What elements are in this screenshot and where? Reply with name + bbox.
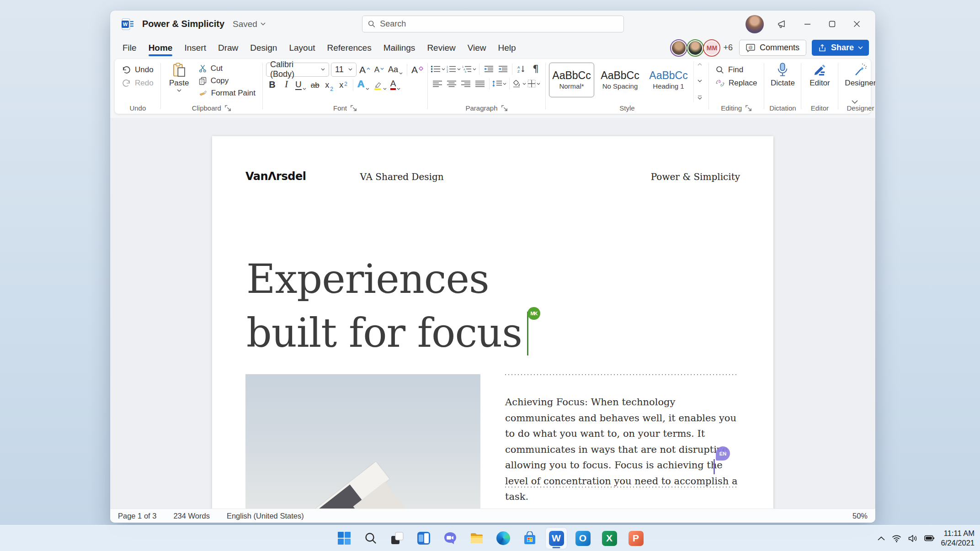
tab-design[interactable]: Design xyxy=(244,40,283,56)
file-explorer-button[interactable] xyxy=(466,528,487,549)
shrink-font-button[interactable]: A xyxy=(373,63,385,76)
tab-mailings[interactable]: Mailings xyxy=(378,40,421,56)
cut-button[interactable]: Cut xyxy=(195,62,259,74)
find-button[interactable]: Find xyxy=(712,63,761,76)
bold-button[interactable]: B xyxy=(266,79,278,92)
close-button[interactable] xyxy=(846,15,867,33)
paste-button[interactable]: Paste xyxy=(164,61,194,102)
dictate-button[interactable]: Dictate xyxy=(767,61,798,102)
line-spacing-button[interactable] xyxy=(492,77,506,90)
tab-layout[interactable]: Layout xyxy=(283,40,321,56)
show-paragraph-marks-button[interactable]: ¶ xyxy=(529,63,542,75)
taskbar-outlook-button[interactable]: O xyxy=(572,528,593,549)
taskbar-search-button[interactable] xyxy=(360,528,381,549)
search-input[interactable] xyxy=(380,19,618,29)
undo-button[interactable]: Undo xyxy=(118,63,157,76)
language-status[interactable]: English (United States) xyxy=(227,512,304,520)
style-no-spacing[interactable]: AaBbCc No Spacing xyxy=(597,63,643,97)
comments-button[interactable]: @ Comments xyxy=(739,40,806,56)
document-page[interactable]: VanΛrsdel VA Shared Design Power & Simpl… xyxy=(212,136,773,509)
highlight-button[interactable] xyxy=(372,79,388,92)
sort-button[interactable]: AZ xyxy=(515,63,528,75)
tab-references[interactable]: References xyxy=(321,40,378,56)
account-avatar[interactable] xyxy=(746,15,764,33)
body-paragraph[interactable]: Achieving Focus: When technology communi… xyxy=(505,394,739,505)
tab-home[interactable]: Home xyxy=(143,40,179,56)
font-size-select[interactable]: 11 xyxy=(331,63,357,77)
zoom-level[interactable]: 50% xyxy=(852,512,868,520)
increase-indent-button[interactable] xyxy=(496,63,509,75)
feedback-button[interactable] xyxy=(772,15,793,33)
collaborator-avatar-mm[interactable]: MM xyxy=(704,40,719,56)
numbering-button[interactable]: 123 xyxy=(447,63,461,75)
collaborator-avatar-1[interactable] xyxy=(671,40,687,56)
style-normal[interactable]: AaBbCc Normal* xyxy=(549,63,594,97)
wifi-icon[interactable] xyxy=(892,535,901,542)
text-effects-button[interactable]: A xyxy=(357,79,370,92)
page-count[interactable]: Page 1 of 3 xyxy=(118,512,156,520)
shading-button[interactable] xyxy=(512,77,526,90)
search-bar[interactable] xyxy=(362,16,624,32)
underline-button[interactable]: U xyxy=(294,79,307,92)
maximize-button[interactable] xyxy=(821,15,842,33)
align-center-button[interactable] xyxy=(445,77,458,90)
taskbar-word-button[interactable]: W xyxy=(546,528,567,549)
collaborator-overflow-count[interactable]: +6 xyxy=(723,43,733,53)
taskbar-excel-button[interactable]: X xyxy=(599,528,620,549)
justify-button[interactable] xyxy=(474,77,486,90)
copy-button[interactable]: Copy xyxy=(195,74,259,87)
document-image[interactable] xyxy=(245,374,480,509)
battery-icon[interactable] xyxy=(924,535,934,541)
widgets-button[interactable] xyxy=(413,528,434,549)
italic-button[interactable]: I xyxy=(280,79,293,92)
clear-formatting-button[interactable]: A xyxy=(410,63,424,76)
taskbar-powerpoint-button[interactable]: P xyxy=(625,528,646,549)
task-view-button[interactable] xyxy=(387,528,408,549)
bullets-button[interactable] xyxy=(431,63,445,75)
tab-help[interactable]: Help xyxy=(492,40,522,56)
edge-browser-button[interactable] xyxy=(493,528,514,549)
borders-button[interactable] xyxy=(527,77,540,90)
save-status-dropdown[interactable]: Saved xyxy=(233,19,266,29)
editor-button[interactable]: Editor xyxy=(804,61,835,102)
collaborator-avatar-2[interactable] xyxy=(687,40,703,56)
replace-button[interactable]: bc Replace xyxy=(712,76,761,90)
chat-button[interactable] xyxy=(440,528,461,549)
decrease-indent-button[interactable] xyxy=(482,63,495,75)
format-painter-button[interactable]: Format Paint xyxy=(195,87,259,99)
style-scroll-down-icon[interactable] xyxy=(698,79,702,82)
minimize-button[interactable] xyxy=(797,15,818,33)
clock[interactable]: 11:11 AM 6/24/2021 xyxy=(941,529,975,548)
align-left-button[interactable] xyxy=(431,77,444,90)
redo-button[interactable]: Redo xyxy=(118,76,157,90)
style-heading-1[interactable]: AaBbCc Heading 1 xyxy=(646,63,691,97)
superscript-button[interactable]: x2 xyxy=(337,79,350,92)
font-family-select[interactable]: Calibri (Body) xyxy=(266,63,329,77)
word-count[interactable]: 234 Words xyxy=(173,512,210,520)
align-right-button[interactable] xyxy=(459,77,472,90)
document-canvas[interactable]: VanΛrsdel VA Shared Design Power & Simpl… xyxy=(110,118,875,509)
style-more-icon[interactable] xyxy=(698,95,702,100)
tab-file[interactable]: File xyxy=(117,40,143,56)
designer-button[interactable]: Designer xyxy=(842,61,875,102)
share-button[interactable]: Share xyxy=(812,40,869,56)
dialog-launcher-icon[interactable] xyxy=(350,105,357,111)
tab-insert[interactable]: Insert xyxy=(178,40,212,56)
dialog-launcher-icon[interactable] xyxy=(745,105,752,111)
start-button[interactable] xyxy=(334,528,355,549)
multilevel-list-button[interactable]: 1Ab xyxy=(462,63,476,75)
change-case-button[interactable]: Aa xyxy=(387,63,404,76)
subscript-button[interactable]: x2 xyxy=(323,79,336,92)
volume-icon[interactable] xyxy=(908,535,917,542)
dialog-launcher-icon[interactable] xyxy=(501,105,508,111)
tab-draw[interactable]: Draw xyxy=(212,40,244,56)
microsoft-store-button[interactable] xyxy=(519,528,540,549)
strikethrough-button[interactable]: ab xyxy=(309,79,321,92)
font-color-button[interactable]: A xyxy=(389,79,402,92)
grow-font-button[interactable]: A xyxy=(358,63,371,76)
tab-view[interactable]: View xyxy=(462,40,492,56)
style-scroll-up-icon[interactable] xyxy=(698,63,702,66)
tray-chevron-up-icon[interactable] xyxy=(878,536,885,540)
collapse-ribbon-button[interactable] xyxy=(852,97,858,106)
dialog-launcher-icon[interactable] xyxy=(224,105,231,111)
